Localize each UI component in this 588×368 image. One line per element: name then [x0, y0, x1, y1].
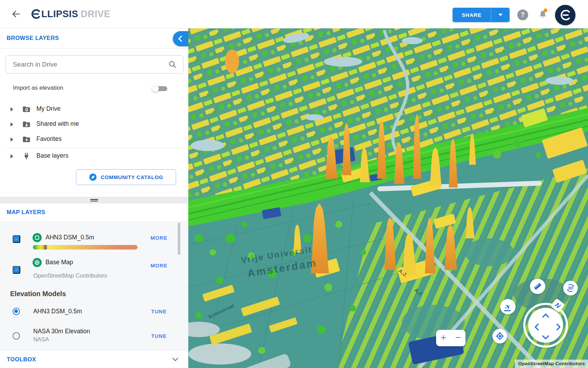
elevation-colormap-legend	[33, 245, 138, 250]
elevation-tune-button[interactable]: TUNE	[149, 333, 169, 339]
tree-item-label: Favorites	[36, 135, 62, 143]
elevation-model-radio[interactable]	[13, 332, 20, 340]
chevron-down-icon	[542, 335, 550, 340]
brand-primary: LLIPSIS	[41, 9, 78, 20]
elevation-model-radio-selected[interactable]	[13, 308, 20, 315]
elevation-model-name: AHN3 DSM_0.5m	[33, 308, 82, 315]
tree-item-label: My Drive	[36, 105, 61, 113]
drive-tree: My Drive Shared with me Favorites	[0, 102, 188, 164]
chevron-up-icon	[542, 313, 550, 318]
share-button[interactable]: SHARE	[453, 8, 491, 22]
folder-drive-icon	[22, 104, 31, 114]
help-button[interactable]: ?	[517, 9, 528, 20]
share-split-button: SHARE	[453, 8, 510, 22]
app-window: LLIPSIS DRIVE SHARE ? BROWSE LAYE	[0, 0, 588, 368]
folder-shared-icon	[22, 120, 31, 129]
notification-dot	[544, 8, 547, 12]
elevation-model-name: NASA 30m Elevation	[33, 328, 90, 335]
tree-item-favorites[interactable]: Favorites	[0, 132, 188, 147]
scrollbar-thumb[interactable]	[178, 223, 180, 255]
map-viewport[interactable]: Vrije Universit Amsterdam A.J. A.J. Erns…	[188, 28, 588, 368]
folder-star-icon	[22, 135, 31, 144]
drag-handle-icon	[90, 199, 98, 202]
ruler-icon	[533, 282, 542, 291]
notifications-button[interactable]	[536, 8, 548, 21]
caret-right-icon[interactable]	[10, 107, 13, 111]
globe-layer-icon	[33, 258, 42, 267]
measure-tool-button[interactable]	[530, 279, 545, 294]
plane-takeoff-icon: ✈	[503, 302, 512, 312]
ellipsis-e-icon	[31, 8, 41, 20]
check-icon	[15, 268, 18, 272]
plane-ground-bar	[504, 310, 511, 311]
zoom-out-button[interactable]: −	[451, 330, 465, 346]
tree-item-label: Base layers	[36, 152, 68, 159]
pan-up-button[interactable]	[541, 313, 550, 320]
elevation-models-heading: Elevation Models	[10, 290, 66, 298]
zoom-in-button[interactable]: +	[436, 330, 451, 346]
avatar-e-icon	[560, 9, 571, 21]
brand-secondary: DRIVE	[81, 9, 111, 20]
share-dropdown-button[interactable]	[491, 8, 510, 22]
app-logo: LLIPSIS DRIVE	[31, 8, 111, 20]
caret-right-icon[interactable]	[10, 154, 13, 158]
caret-right-icon[interactable]	[10, 122, 13, 127]
layer-more-button[interactable]: MORE	[148, 234, 169, 241]
locate-me-button[interactable]	[492, 329, 507, 343]
compass-icon	[89, 173, 97, 181]
top-bar: LLIPSIS DRIVE SHARE ?	[0, 0, 588, 28]
tree-item-my-drive[interactable]: My Drive	[0, 102, 188, 117]
layer-name: AHN3 DSM_0.5m	[46, 234, 94, 241]
layer-name: Base Map	[46, 259, 73, 266]
toolbox-header[interactable]: TOOLBOX	[0, 350, 188, 368]
raster-layer-icon	[33, 233, 42, 242]
pan-left-button[interactable]	[532, 323, 541, 330]
tree-item-shared-with-me[interactable]: Shared with me	[0, 117, 188, 132]
toggle-3d-button[interactable]: 3D	[563, 281, 578, 295]
tree-divider	[6, 148, 188, 148]
plug-icon	[22, 151, 31, 161]
rotate-3d-icon: 3D	[566, 283, 575, 293]
chevron-down-icon	[172, 357, 178, 361]
tree-item-label: Shared with me	[36, 120, 79, 128]
search-icon	[168, 60, 177, 69]
tree-item-base-layers[interactable]: Base layers	[0, 149, 188, 164]
layer-checkbox[interactable]	[13, 235, 20, 243]
collapse-sidebar-button[interactable]	[173, 31, 188, 46]
import-elevation-toggle[interactable]	[152, 85, 168, 93]
panel-resize-handle[interactable]	[0, 197, 188, 204]
layer-more-button[interactable]: MORE	[148, 262, 169, 269]
pan-down-button[interactable]	[541, 334, 550, 341]
list-scrollbar[interactable]	[178, 222, 180, 349]
back-arrow-icon	[11, 9, 21, 19]
chevron-left-icon	[178, 35, 184, 42]
fly-to-button[interactable]: ✈	[500, 299, 516, 314]
import-as-elevation-row: Import as elevation	[0, 79, 188, 97]
toolbox-title: TOOLBOX	[7, 356, 36, 363]
user-avatar[interactable]	[555, 5, 575, 25]
browse-layers-header: BROWSE LAYERS	[0, 28, 188, 49]
map-layers-title: MAP LAYERS	[7, 209, 45, 216]
layer-subtitle: OpenStreetMap Contributors	[33, 272, 107, 279]
community-catalog-label: COMMUNITY CATALOG	[101, 174, 163, 180]
zoom-control: + −	[436, 330, 465, 346]
chevron-right-icon	[556, 323, 561, 331]
layer-checkbox[interactable]	[13, 266, 20, 274]
caret-right-icon[interactable]	[10, 137, 13, 142]
map-layers-header: MAP LAYERS	[0, 204, 188, 222]
search-input[interactable]	[6, 56, 183, 73]
toolbox-expand-button[interactable]	[170, 355, 179, 364]
svg-text:3D: 3D	[568, 286, 573, 290]
back-button[interactable]	[9, 8, 21, 20]
community-catalog-button[interactable]: COMMUNITY CATALOG	[76, 169, 176, 185]
browse-layers-title: BROWSE LAYERS	[7, 35, 59, 41]
toggle-knob	[152, 85, 159, 92]
left-sidebar: BROWSE LAYERS Import as elevation	[0, 28, 188, 368]
map-attribution: OpenStreetMap Contributors	[515, 360, 588, 368]
pan-right-button[interactable]	[554, 323, 562, 330]
search-box	[6, 55, 183, 74]
caret-down-icon	[498, 14, 503, 16]
map-layers-list: AHN3 DSM_0.5m MORE Base Map Op	[0, 221, 188, 350]
chevron-left-icon	[534, 323, 539, 331]
elevation-tune-button[interactable]: TUNE	[149, 308, 169, 315]
